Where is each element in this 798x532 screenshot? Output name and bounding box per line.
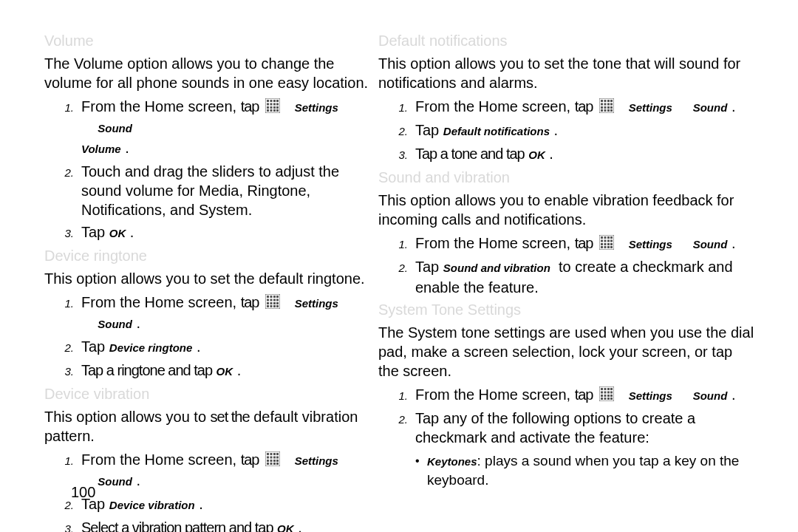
svg-rect-78 — [604, 243, 607, 245]
svg-rect-21 — [276, 296, 279, 298]
step-text: tap — [241, 98, 259, 115]
intro-device-ringtone: This option allows you to set the defaul… — [44, 269, 378, 288]
svg-rect-77 — [601, 243, 603, 245]
steps-device-ringtone: 1 From the Home screen, tap Settings Sou… — [44, 293, 378, 381]
intro-part: This option allows you to — [44, 409, 206, 425]
svg-rect-91 — [604, 392, 607, 394]
svg-rect-88 — [607, 388, 610, 390]
svg-rect-10 — [270, 106, 273, 109]
svg-rect-72 — [610, 236, 613, 239]
step-text: From the Home screen, — [415, 386, 570, 403]
svg-rect-4 — [276, 100, 279, 102]
svg-rect-90 — [601, 392, 603, 394]
heading-device-vibration: Device vibration — [44, 386, 378, 403]
ui-label: Settings — [295, 454, 338, 467]
step: 2 Tap Device vibration . — [65, 494, 378, 515]
apps-grid-icon — [265, 294, 280, 309]
svg-rect-73 — [601, 240, 603, 242]
ui-label: Device ringtone — [109, 341, 193, 354]
ui-label: Sound — [98, 475, 132, 488]
intro-part: set the — [211, 409, 250, 425]
svg-rect-14 — [270, 109, 273, 112]
step-text: Touch and drag the sliders to adjust the… — [81, 163, 339, 218]
apps-grid-icon — [599, 235, 614, 250]
svg-rect-39 — [267, 457, 269, 459]
svg-rect-56 — [601, 103, 603, 106]
svg-rect-63 — [610, 106, 613, 109]
svg-rect-97 — [610, 395, 613, 397]
step-text: From the Home screen, — [415, 98, 570, 115]
svg-rect-27 — [270, 302, 273, 304]
two-column-layout: Volume The Volume option allows you to c… — [0, 33, 798, 532]
steps-volume: 1 From the Home screen, tap Settings Sou… — [44, 97, 378, 243]
svg-rect-96 — [607, 395, 610, 397]
svg-rect-55 — [610, 100, 613, 102]
ui-label: Sound — [693, 238, 728, 250]
svg-rect-98 — [601, 398, 603, 400]
steps-default-notifications: 1 From the Home screen, tap Settings Sou… — [378, 97, 755, 165]
svg-rect-49 — [273, 463, 276, 465]
svg-rect-94 — [601, 395, 603, 397]
step-text: tap — [241, 451, 259, 468]
svg-rect-82 — [604, 246, 607, 248]
step: 1 From the Home screen, tap Settings Sou… — [399, 385, 755, 406]
svg-rect-99 — [604, 398, 607, 400]
svg-rect-1 — [267, 100, 269, 102]
svg-rect-58 — [607, 103, 610, 106]
step-text: tap — [575, 98, 593, 115]
svg-rect-43 — [267, 460, 269, 462]
steps-system-tone: 1 From the Home screen, tap Settings Sou… — [378, 385, 755, 447]
svg-rect-7 — [273, 103, 276, 106]
svg-rect-2 — [270, 100, 273, 102]
svg-rect-16 — [276, 109, 279, 112]
step-text: Tap — [415, 259, 439, 275]
svg-rect-67 — [610, 109, 613, 112]
svg-rect-69 — [601, 236, 603, 239]
svg-rect-89 — [610, 388, 613, 390]
svg-rect-76 — [610, 240, 613, 242]
svg-rect-61 — [604, 106, 607, 109]
svg-rect-45 — [273, 460, 276, 462]
svg-rect-22 — [267, 299, 269, 301]
intro-device-vibration: This option allows you to set the defaul… — [44, 407, 378, 446]
manual-page: Volume The Volume option allows you to c… — [0, 0, 798, 532]
ui-label: Settings — [295, 101, 338, 114]
step-text: Tap — [81, 224, 105, 240]
intro-sound-vibration: This option allows you to enable vibrati… — [378, 191, 755, 229]
svg-rect-53 — [604, 100, 607, 102]
step: 3 Tap OK . — [65, 222, 378, 243]
svg-rect-35 — [267, 453, 269, 455]
heading-volume: Volume — [44, 33, 378, 50]
svg-rect-3 — [273, 100, 276, 102]
svg-rect-64 — [601, 109, 603, 112]
ui-label: OK — [277, 522, 294, 532]
svg-rect-57 — [604, 103, 607, 106]
ui-label: OK — [109, 227, 126, 239]
svg-rect-12 — [276, 106, 279, 109]
heading-system-tone: System Tone Settings — [378, 301, 755, 318]
step-text: Tap a ringtone and tap — [81, 362, 212, 378]
svg-rect-93 — [610, 392, 613, 394]
heading-sound-vibration: Sound and vibration — [378, 169, 755, 186]
svg-rect-40 — [270, 457, 273, 459]
step: 3 Select a vibration pattern and tap OK … — [65, 518, 378, 532]
step: 3 Tap a tone and tap OK . — [399, 144, 755, 165]
svg-rect-87 — [604, 388, 607, 390]
bullet-item: Keytones: plays a sound when you tap a k… — [420, 451, 755, 489]
step-text: tap — [241, 294, 259, 310]
svg-rect-86 — [601, 388, 603, 390]
apps-grid-icon — [599, 386, 614, 401]
step: 3 Tap a ringtone and tap OK . — [65, 361, 378, 381]
svg-rect-36 — [270, 453, 273, 455]
svg-rect-47 — [267, 463, 269, 465]
ui-label: Settings — [295, 297, 338, 310]
step: 2 Tap any of the following options to cr… — [399, 409, 755, 447]
svg-rect-74 — [604, 240, 607, 242]
svg-rect-32 — [273, 305, 276, 307]
svg-rect-83 — [607, 246, 610, 248]
ui-label: Keytones — [427, 455, 477, 468]
ui-label: Sound — [693, 101, 728, 114]
ui-label: Sound and vibration — [443, 262, 550, 274]
svg-rect-75 — [607, 240, 610, 242]
svg-rect-25 — [276, 299, 279, 301]
